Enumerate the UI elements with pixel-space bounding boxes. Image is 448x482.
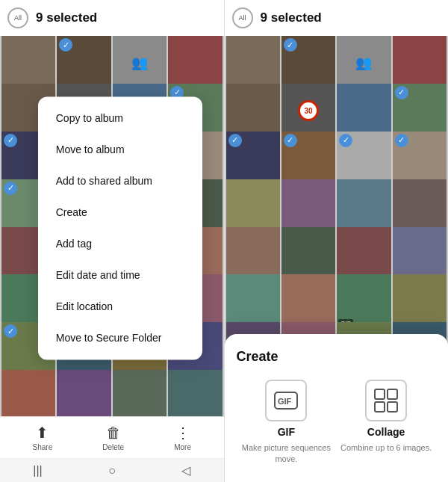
create-options: GIF GIF Make picture sequences move. [237, 380, 437, 464]
collage-option-name: Collage [367, 426, 405, 438]
context-menu-overlay: Copy to album Move to album Add to share… [0, 0, 224, 482]
context-menu: Copy to album Move to album Add to share… [38, 96, 202, 359]
create-option-gif[interactable]: GIF GIF Make picture sequences move. [237, 380, 337, 464]
collage-icon [365, 380, 407, 421]
right-panel: All 9 selected ✓ 👥 30 ✓ ✓ ✓ ✓ ✓ [225, 0, 449, 482]
svg-rect-2 [375, 389, 385, 399]
svg-rect-5 [388, 402, 397, 412]
svg-text:GIF: GIF [278, 397, 292, 406]
svg-rect-3 [388, 389, 397, 399]
gif-option-name: GIF [278, 426, 295, 438]
create-dialog: Create GIF GIF Make picture sequences mo… [225, 334, 449, 482]
menu-create[interactable]: Create [38, 197, 202, 228]
create-dialog-title: Create [237, 349, 437, 365]
menu-add-tag[interactable]: Add tag [38, 228, 202, 259]
menu-move-to-secure-folder[interactable]: Move to Secure Folder [38, 322, 202, 353]
menu-add-to-shared-album[interactable]: Add to shared album [38, 165, 202, 197]
collage-option-desc: Combine up to 6 images. [340, 442, 432, 453]
menu-edit-date-time[interactable]: Edit date and time [38, 259, 202, 291]
svg-rect-4 [375, 402, 385, 412]
create-option-collage[interactable]: Collage Combine up to 6 images. [336, 380, 436, 464]
gif-option-desc: Make picture sequences move. [237, 442, 337, 464]
left-panel: All 9 selected ✓ 👥 30 ✓ ✓ ✓ ✓ ✓ ✓ ✓ ✓ 🖊 … [0, 0, 224, 482]
menu-copy-to-album[interactable]: Copy to album [38, 102, 202, 134]
create-dialog-overlay: Create GIF GIF Make picture sequences mo… [225, 0, 449, 482]
menu-move-to-album[interactable]: Move to album [38, 134, 202, 165]
menu-edit-location[interactable]: Edit location [38, 291, 202, 322]
gif-icon: GIF [265, 380, 307, 421]
